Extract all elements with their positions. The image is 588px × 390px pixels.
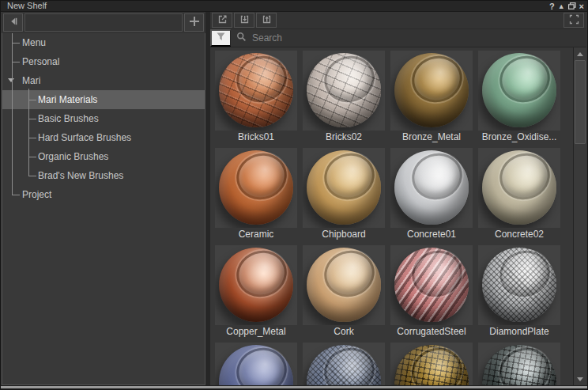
pin-icon[interactable]: ▲ bbox=[558, 2, 565, 11]
shader-ball bbox=[482, 345, 556, 385]
material-thumbnail[interactable] bbox=[478, 245, 560, 325]
material-label: Concrete01 bbox=[390, 228, 473, 241]
material-thumbnail[interactable] bbox=[303, 148, 385, 228]
title-bar[interactable]: New Shelf ? ▲ × bbox=[1, 1, 587, 12]
tree-item-label: Mari Materials bbox=[38, 94, 97, 105]
tree-item-organic-brushes[interactable]: Organic Brushes bbox=[2, 147, 205, 166]
shader-ball-ring bbox=[318, 51, 381, 108]
shader-ball bbox=[394, 53, 469, 127]
box-arrow-up-icon bbox=[262, 14, 272, 27]
shader-ball-ring bbox=[494, 343, 556, 385]
material-tile-bricks02[interactable]: Bricks02 bbox=[303, 51, 385, 144]
shelf-sidebar: MenuPersonalMariMari MaterialsBasic Brus… bbox=[2, 12, 205, 385]
tree-item-label: Basic Brushes bbox=[38, 113, 99, 124]
materials-grid: Bricks01Bricks02Bronze_MetalBronze_Oxidi… bbox=[210, 47, 573, 385]
shader-ball-ring bbox=[231, 51, 293, 108]
box-arrow-down-icon bbox=[239, 14, 250, 27]
material-tile-bronze-metal[interactable]: Bronze_Metal bbox=[390, 51, 473, 144]
shelf-name-field[interactable] bbox=[24, 13, 183, 32]
scrollbar-thumb[interactable] bbox=[575, 60, 586, 144]
shader-ball bbox=[219, 345, 293, 385]
material-thumbnail[interactable] bbox=[303, 51, 385, 131]
shader-ball bbox=[394, 345, 469, 385]
material-thumbnail[interactable] bbox=[390, 245, 473, 325]
collapse-panel-button[interactable] bbox=[3, 13, 23, 32]
material-tile[interactable] bbox=[215, 343, 297, 385]
search-input[interactable]: Search bbox=[231, 29, 586, 47]
tree-item-project[interactable]: Project bbox=[2, 185, 205, 204]
search-bar: Search bbox=[210, 28, 586, 47]
shader-ball bbox=[482, 150, 556, 225]
shader-ball bbox=[219, 53, 293, 127]
tree-item-hard-surface-brushes[interactable]: Hard Surface Brushes bbox=[2, 128, 205, 147]
export-button[interactable] bbox=[212, 13, 232, 28]
shader-ball-ring bbox=[318, 148, 381, 206]
expand-view-button[interactable] bbox=[564, 13, 584, 28]
tree-item-basic-brushes[interactable]: Basic Brushes bbox=[2, 109, 205, 128]
tree-item-mari[interactable]: Mari bbox=[2, 71, 205, 90]
window-resize-edge[interactable] bbox=[1, 385, 587, 389]
add-shelf-button[interactable] bbox=[184, 13, 204, 32]
tree-item-brad-s-new-brushes[interactable]: Brad's New Brushes bbox=[2, 166, 205, 185]
material-thumbnail[interactable] bbox=[390, 51, 473, 131]
material-thumbnail[interactable] bbox=[478, 343, 560, 385]
triangle-down-icon bbox=[577, 377, 583, 381]
shader-ball-ring bbox=[406, 51, 469, 108]
material-thumbnail[interactable] bbox=[478, 148, 560, 228]
filter-button[interactable] bbox=[210, 29, 231, 47]
plus-icon bbox=[189, 16, 200, 29]
material-tile[interactable] bbox=[390, 343, 473, 385]
scroll-down-button[interactable] bbox=[574, 373, 586, 385]
material-thumbnail[interactable] bbox=[478, 51, 560, 131]
material-thumbnail[interactable] bbox=[303, 245, 385, 325]
materials-toolbar bbox=[210, 12, 586, 28]
funnel-icon bbox=[216, 32, 226, 44]
main-area: MenuPersonalMariMari MaterialsBasic Brus… bbox=[2, 12, 586, 385]
material-tile-concrete02[interactable]: Concrete02 bbox=[478, 148, 560, 241]
scroll-up-button[interactable] bbox=[574, 47, 586, 60]
shader-ball bbox=[307, 150, 381, 225]
tree-item-label: Project bbox=[22, 189, 51, 200]
vertical-scrollbar[interactable] bbox=[573, 47, 586, 385]
shader-ball bbox=[307, 53, 381, 127]
shader-ball-ring bbox=[494, 245, 556, 303]
material-tile-cork[interactable]: Cork bbox=[303, 245, 385, 339]
tree-item-menu[interactable]: Menu bbox=[2, 33, 205, 52]
tree-item-label: Brad's New Brushes bbox=[38, 170, 123, 181]
window-controls: ? ▲ × bbox=[549, 2, 584, 11]
shelf-tree: MenuPersonalMariMari MaterialsBasic Brus… bbox=[2, 33, 205, 385]
material-tile-ceramic[interactable]: Ceramic bbox=[215, 148, 297, 241]
material-tile[interactable] bbox=[303, 343, 385, 385]
material-tile[interactable] bbox=[478, 343, 560, 385]
shader-ball-ring bbox=[406, 245, 469, 303]
material-label: Bricks02 bbox=[303, 131, 385, 144]
material-tile-bronze-oxidise-[interactable]: Bronze_Oxidise... bbox=[478, 51, 560, 144]
material-thumbnail[interactable] bbox=[215, 343, 297, 385]
import-button[interactable] bbox=[234, 13, 254, 28]
material-tile-corrugatedsteel[interactable]: CorrugatedSteel bbox=[390, 245, 473, 339]
material-thumbnail[interactable] bbox=[215, 245, 297, 325]
material-thumbnail[interactable] bbox=[390, 148, 473, 228]
tree-item-personal[interactable]: Personal bbox=[2, 52, 205, 71]
material-thumbnail[interactable] bbox=[390, 343, 473, 385]
upload-button[interactable] bbox=[256, 13, 277, 28]
material-thumbnail[interactable] bbox=[215, 51, 297, 131]
help-icon[interactable]: ? bbox=[549, 2, 555, 11]
material-label: Bricks01 bbox=[215, 131, 297, 144]
material-tile-diamondplate[interactable]: DiamondPlate bbox=[478, 245, 560, 339]
material-label: Concrete02 bbox=[478, 228, 560, 241]
material-tile-copper-metal[interactable]: Copper_Metal bbox=[215, 245, 297, 339]
shelf-window: New Shelf ? ▲ × bbox=[0, 0, 588, 390]
material-tile-concrete01[interactable]: Concrete01 bbox=[390, 148, 473, 241]
expanded-triangle-icon[interactable] bbox=[8, 78, 14, 82]
material-tile-bricks01[interactable]: Bricks01 bbox=[215, 51, 297, 144]
close-icon[interactable]: × bbox=[579, 2, 584, 11]
material-thumbnail[interactable] bbox=[303, 343, 385, 385]
material-thumbnail[interactable] bbox=[215, 148, 297, 228]
tree-item-mari-materials[interactable]: Mari Materials bbox=[2, 90, 205, 109]
material-tile-chipboard[interactable]: Chipboard bbox=[303, 148, 385, 241]
restore-window-icon[interactable] bbox=[568, 2, 576, 9]
shader-ball bbox=[219, 248, 293, 322]
material-label: Bronze_Oxidise... bbox=[478, 131, 560, 144]
shader-ball-ring bbox=[231, 148, 293, 206]
